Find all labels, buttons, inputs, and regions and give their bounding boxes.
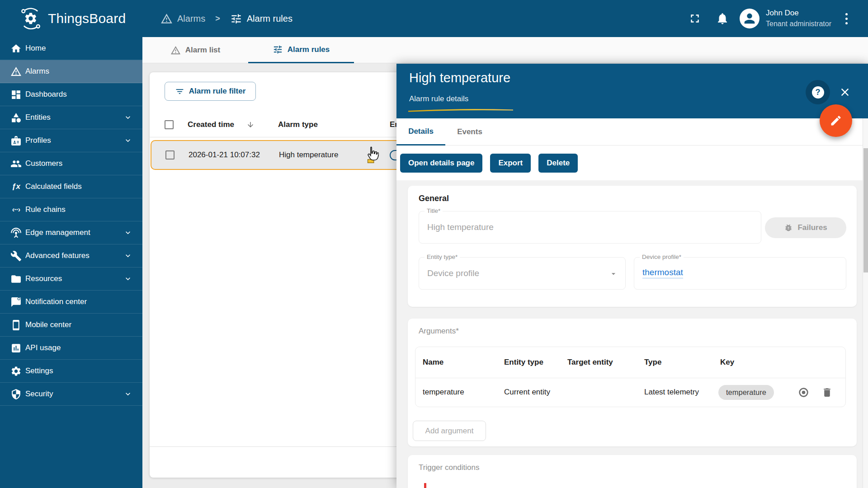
breadcrumb-separator: > <box>215 14 220 23</box>
row-alarm-type: High temperature <box>279 141 338 169</box>
scrollbar-thumb[interactable] <box>863 148 868 272</box>
sidebar-item-notification-center[interactable]: Notification center <box>0 291 142 314</box>
panel-tab-bar: Details Events <box>396 118 868 145</box>
title-field-value: High temperature <box>427 211 494 243</box>
device-profile-link[interactable]: thermostat <box>642 267 683 278</box>
sidebar-item-calculated-fields[interactable]: ƒx Calculated fields <box>0 175 142 198</box>
sidebar-item-advanced-features[interactable]: Advanced features <box>0 244 142 267</box>
dropdown-arrow-icon[interactable] <box>609 269 618 278</box>
device-profile-field: Device profile* thermostat <box>634 257 846 290</box>
sidebar-item-entities[interactable]: Entities <box>0 106 142 129</box>
tab-alarm-rules[interactable]: Alarm rules <box>248 37 354 63</box>
main-tab-bar: Alarm list Alarm rules <box>142 37 868 63</box>
arg-column-key: Key <box>720 347 734 378</box>
kebab-menu-icon[interactable] <box>842 11 851 26</box>
tune-icon <box>230 13 242 25</box>
arguments-section: Arguments* Name Entity type Target entit… <box>408 319 857 446</box>
tab-events[interactable]: Events <box>445 118 494 145</box>
rule-chains-icon: ‹··› <box>10 204 22 216</box>
gear-icon <box>10 366 22 377</box>
row-checkbox[interactable] <box>165 150 175 160</box>
arg-column-entity-type: Entity type <box>504 347 543 378</box>
view-icon[interactable] <box>798 387 809 398</box>
sidebar-item-home[interactable]: Home <box>0 37 142 60</box>
panel-content: General Title* High temperature Failures… <box>396 180 868 488</box>
sidebar-item-profiles[interactable]: Profiles <box>0 129 142 152</box>
arguments-heading: Arguments* <box>419 327 459 336</box>
warning-icon <box>10 66 22 77</box>
bar-chart-icon <box>10 343 22 354</box>
close-icon[interactable] <box>839 86 851 99</box>
thingsboard-logo[interactable]: ThingsBoard <box>19 7 126 30</box>
trash-icon[interactable] <box>821 387 833 398</box>
sidebar-item-settings[interactable]: Settings <box>0 360 142 383</box>
help-icon: ? <box>812 86 824 99</box>
failures-button[interactable]: Failures <box>765 217 846 238</box>
arg-column-name: Name <box>423 347 443 378</box>
export-button[interactable]: Export <box>490 154 531 173</box>
sidebar: Home Alarms Dashboards Entities Profiles… <box>0 37 142 488</box>
tab-alarm-list[interactable]: Alarm list <box>142 37 248 63</box>
sidebar-item-resources[interactable]: Resources <box>0 267 142 291</box>
filter-icon <box>175 87 184 96</box>
thingsboard-app: ThingsBoard Alarms > Alarm rules John Do… <box>0 0 868 488</box>
entity-type-value: Device profile <box>427 258 479 289</box>
sidebar-item-dashboards[interactable]: Dashboards <box>0 83 142 106</box>
message-icon <box>10 296 22 308</box>
user-role: Tenant administrator <box>766 19 831 29</box>
bug-icon <box>784 223 793 232</box>
entities-icon <box>10 112 22 123</box>
chevron-down-icon <box>123 136 132 145</box>
panel-header: High temperature Alarm rule details ? <box>396 64 868 118</box>
user-menu[interactable]: John Doe Tenant administrator <box>766 8 831 29</box>
panel-scrollbar[interactable] <box>863 118 868 488</box>
user-name: John Doe <box>766 8 831 19</box>
customers-icon <box>10 158 22 169</box>
fullscreen-icon[interactable] <box>688 12 702 25</box>
add-argument-button[interactable]: Add argument <box>413 421 486 441</box>
sidebar-item-rule-chains[interactable]: ‹··› Rule chains <box>0 198 142 221</box>
help-button[interactable]: ? <box>806 80 830 104</box>
panel-action-buttons: Open details page Export Delete <box>396 145 868 180</box>
required-error-marker <box>424 483 426 488</box>
column-alarm-type[interactable]: Alarm type <box>278 112 318 137</box>
edit-fab-button[interactable] <box>820 104 852 137</box>
arg-row-name: temperature <box>423 378 464 407</box>
tab-details[interactable]: Details <box>396 118 445 145</box>
thingsboard-gear-icon <box>19 7 42 30</box>
app-title: ThingsBoard <box>48 11 126 26</box>
delete-button[interactable]: Delete <box>538 154 578 173</box>
function-icon: ƒx <box>10 181 22 192</box>
open-details-page-button[interactable]: Open details page <box>400 154 482 173</box>
profiles-icon <box>10 135 22 146</box>
arg-row-entity-type: Current entity <box>504 378 550 407</box>
breadcrumb-alarms[interactable]: Alarms <box>160 13 205 25</box>
panel-subtitle: Alarm rule details <box>409 94 468 103</box>
pencil-icon <box>830 114 842 127</box>
bell-icon[interactable] <box>716 12 729 25</box>
breadcrumb-alarm-rules[interactable]: Alarm rules <box>230 13 292 25</box>
panel-title: High temperature <box>409 70 510 85</box>
arguments-header-divider <box>415 378 845 378</box>
select-all-checkbox[interactable] <box>165 120 174 129</box>
title-field: Title* High temperature <box>419 211 761 244</box>
arg-row-type: Latest telemetry <box>644 378 699 407</box>
sidebar-item-edge-management[interactable]: Edge management <box>0 221 142 244</box>
column-created-time[interactable]: Created time <box>188 112 234 137</box>
sidebar-item-alarms[interactable]: Alarms <box>0 60 142 83</box>
avatar[interactable] <box>740 9 760 28</box>
tune-icon <box>273 44 283 55</box>
alarm-rule-filter-button[interactable]: Alarm rule filter <box>165 82 256 101</box>
breadcrumb: Alarms > Alarm rules <box>160 0 292 37</box>
antenna-icon <box>10 227 22 239</box>
sidebar-item-customers[interactable]: Customers <box>0 152 142 175</box>
sidebar-item-api-usage[interactable]: API usage <box>0 337 142 360</box>
chevron-down-icon <box>123 274 132 283</box>
sidebar-item-mobile-center[interactable]: Mobile center <box>0 314 142 337</box>
sort-descending-icon[interactable] <box>246 121 255 129</box>
row-created-time: 2026-01-21 10:07:32 <box>189 141 260 169</box>
general-section: General Title* High temperature Failures… <box>408 186 857 307</box>
warning-icon <box>160 13 173 25</box>
sidebar-item-security[interactable]: Security <box>0 383 142 406</box>
gold-underline <box>408 108 514 113</box>
